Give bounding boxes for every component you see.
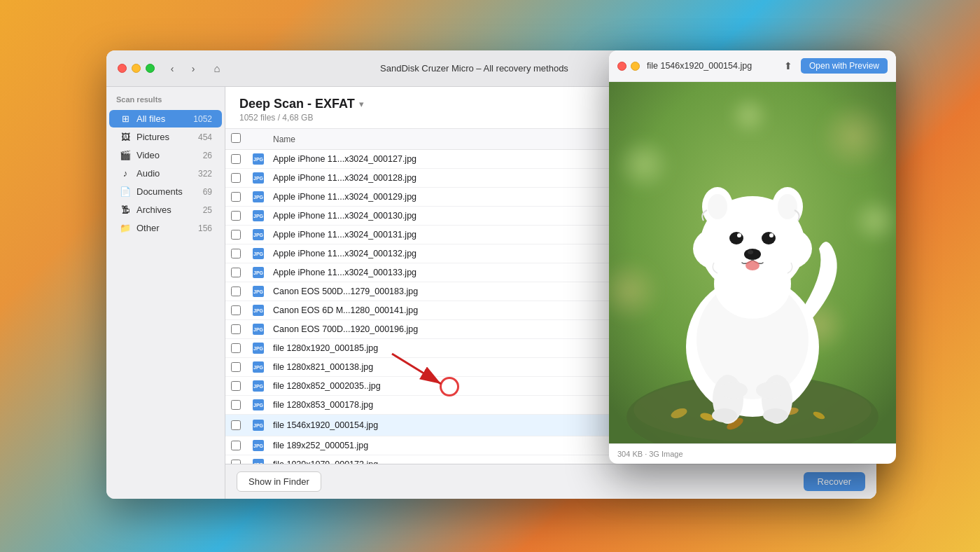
jpg-icon: JPG	[253, 229, 264, 240]
svg-point-34	[746, 261, 760, 270]
file-type-icon: JPG	[252, 399, 265, 411]
sidebar-count-pictures: 454	[198, 132, 212, 142]
show-in-finder-button[interactable]: Show in Finder	[237, 471, 321, 492]
row-checkbox[interactable]	[231, 249, 241, 258]
file-type-icon: JPG	[252, 304, 265, 317]
sidebar-item-archives[interactable]: 🗜 Archives 25	[109, 201, 222, 219]
jpg-icon: JPG	[253, 210, 264, 221]
home-button[interactable]: ⌂	[208, 60, 226, 78]
file-type-icon: JPG	[252, 342, 265, 354]
svg-point-36	[756, 382, 784, 399]
sidebar-label-archives: Archives	[136, 205, 203, 215]
sidebar-item-audio[interactable]: ♪ Audio 322	[109, 165, 222, 182]
sidebar-item-video[interactable]: 🎬 Video 26	[109, 146, 222, 164]
row-checkbox[interactable]	[231, 192, 241, 202]
svg-point-26	[708, 194, 727, 219]
sidebar-count-archives: 25	[203, 205, 212, 215]
select-all-checkbox[interactable]	[231, 133, 241, 143]
jpg-icon: JPG	[253, 399, 264, 410]
sidebar: Scan results ⊞ All files 1052 🖼 Pictures…	[106, 87, 225, 499]
file-type-icon: JPG	[252, 153, 265, 165]
svg-point-28	[729, 232, 743, 244]
archive-icon: 🗜	[119, 205, 132, 215]
row-checkbox[interactable]	[231, 362, 241, 372]
jpg-icon: JPG	[253, 324, 264, 335]
footer: Show in Finder Recover	[225, 464, 876, 499]
svg-point-33	[748, 250, 753, 254]
preview-minimize-button[interactable]	[631, 62, 640, 71]
row-checkbox[interactable]	[231, 173, 241, 183]
file-type-icon: JPG	[252, 323, 265, 336]
file-type-icon: JPG	[252, 458, 265, 464]
sidebar-item-other[interactable]: 📁 Other 156	[109, 219, 222, 237]
row-checkbox[interactable]	[231, 381, 241, 391]
preview-close-button[interactable]	[617, 62, 626, 71]
sidebar-label-pictures: Pictures	[136, 132, 198, 142]
sidebar-count-other: 156	[198, 223, 212, 233]
share-button[interactable]: ⬆	[780, 57, 797, 74]
row-checkbox[interactable]	[231, 343, 241, 353]
preview-header: file 1546x1920_000154.jpg ⬆ Open with Pr…	[609, 50, 896, 82]
jpg-icon: JPG	[253, 191, 264, 202]
jpg-icon: JPG	[253, 305, 264, 316]
row-checkbox[interactable]	[231, 305, 241, 315]
svg-point-2	[819, 102, 889, 172]
svg-point-35	[720, 382, 748, 399]
jpg-icon: JPG	[253, 361, 264, 373]
sidebar-label-documents: Documents	[136, 186, 203, 197]
row-checkbox[interactable]	[231, 400, 241, 410]
jpg-icon: JPG	[253, 267, 264, 278]
traffic-lights	[118, 64, 155, 73]
jpg-icon: JPG	[253, 343, 264, 354]
forward-button[interactable]: ›	[184, 60, 202, 78]
svg-point-1	[616, 137, 672, 193]
file-type-icon: JPG	[252, 361, 265, 373]
select-all-header	[231, 133, 252, 145]
sidebar-item-documents[interactable]: 📄 Documents 69	[109, 183, 222, 200]
row-checkbox[interactable]	[231, 324, 241, 334]
row-checkbox[interactable]	[231, 211, 241, 221]
file-type-icon: JPG	[252, 172, 265, 184]
preview-panel: file 1546x1920_000154.jpg ⬆ Open with Pr…	[609, 50, 896, 464]
open-with-preview-button[interactable]: Open with Preview	[801, 58, 888, 74]
jpg-icon: JPG	[253, 153, 264, 165]
svg-point-5	[728, 95, 770, 137]
close-button[interactable]	[118, 64, 127, 73]
jpg-icon: JPG	[253, 459, 264, 464]
row-checkbox[interactable]	[231, 420, 241, 430]
maximize-button[interactable]	[146, 64, 155, 73]
sidebar-count-audio: 322	[198, 169, 212, 179]
preview-close-buttons	[617, 62, 640, 71]
file-type-icon: JPG	[252, 439, 265, 452]
jpg-icon: JPG	[253, 286, 264, 297]
row-checkbox[interactable]	[231, 154, 241, 164]
sidebar-title: Scan results	[106, 95, 225, 109]
preview-filename: file 1546x1920_000154.jpg	[647, 61, 776, 71]
jpg-icon: JPG	[253, 440, 264, 451]
file-type-icon: JPG	[252, 209, 265, 222]
film-icon: 🎬	[119, 151, 132, 160]
row-checkbox[interactable]	[231, 441, 241, 450]
sidebar-count-all-files: 1052	[193, 114, 212, 124]
svg-point-31	[769, 233, 774, 237]
doc-icon: 📄	[119, 187, 132, 197]
recover-button[interactable]: Recover	[804, 472, 865, 491]
sidebar-label-video: Video	[136, 150, 203, 160]
row-checkbox[interactable]	[231, 287, 241, 296]
back-button[interactable]: ‹	[163, 60, 181, 78]
sidebar-item-pictures[interactable]: 🖼 Pictures 454	[109, 128, 222, 146]
file-type-icon: JPG	[252, 191, 265, 203]
jpg-icon: JPG	[253, 248, 264, 259]
row-checkbox[interactable]	[231, 230, 241, 240]
dropdown-chevron-icon[interactable]: ▾	[359, 99, 364, 109]
grid-icon: ⊞	[119, 114, 132, 124]
sidebar-count-documents: 69	[203, 187, 212, 197]
file-type-icon: JPG	[252, 247, 265, 260]
sidebar-label-other: Other	[136, 223, 198, 233]
file-type-icon: JPG	[252, 228, 265, 241]
row-checkbox[interactable]	[231, 268, 241, 277]
sidebar-item-all-files[interactable]: ⊞ All files 1052	[109, 110, 222, 127]
minimize-button[interactable]	[132, 64, 141, 73]
nav-buttons: ‹ ›	[163, 60, 202, 78]
svg-point-29	[762, 232, 776, 244]
